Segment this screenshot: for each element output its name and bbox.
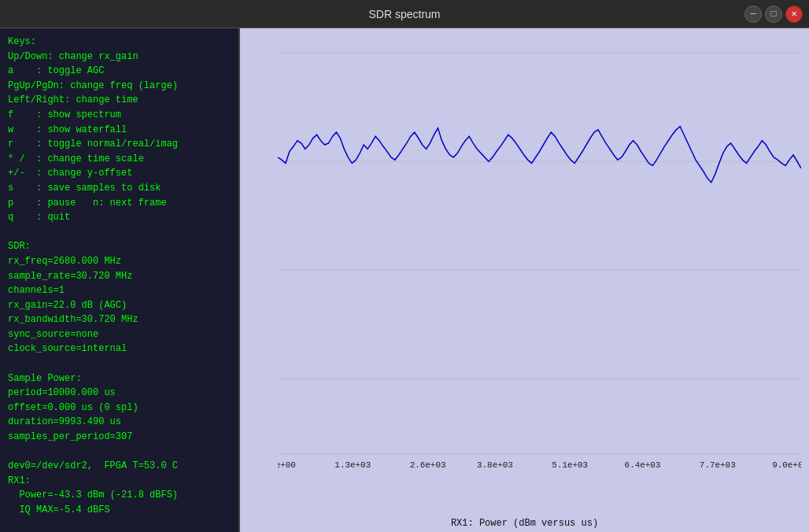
svg-text:7.7e+03: 7.7e+03: [700, 460, 736, 469]
svg-text:1.3e+03: 1.3e+03: [334, 460, 371, 469]
window-title: SDR spectrum: [368, 8, 440, 20]
info-text: Keys: Up/Down: change rx_gain a : toggle…: [8, 35, 231, 518]
left-panel: Keys: Up/Down: change rx_gain a : toggle…: [0, 28, 240, 532]
svg-text:9.0e+03: 9.0e+03: [772, 460, 801, 469]
main-content: Keys: Up/Down: change rx_gain a : toggle…: [0, 28, 809, 532]
svg-text:2.6e+03: 2.6e+03: [410, 460, 446, 469]
svg-rect-0: [278, 36, 801, 471]
close-button[interactable]: ✕: [785, 6, 803, 23]
svg-text:6.4e+03: 6.4e+03: [625, 460, 661, 469]
minimize-button[interactable]: ─: [744, 6, 762, 23]
svg-text:3.8e+03: 3.8e+03: [477, 460, 513, 469]
window-controls: ─ □ ✕: [744, 6, 803, 23]
right-panel: -32 -48 -64 -80 -96 0.0e+00 1.3e+03 2.6e…: [240, 28, 809, 532]
svg-text:0.0e+00: 0.0e+00: [278, 460, 296, 469]
restore-button[interactable]: □: [765, 6, 782, 23]
chart-area: -32 -48 -64 -80 -96 0.0e+00 1.3e+03 2.6e…: [240, 28, 809, 518]
svg-text:5.1e+03: 5.1e+03: [552, 460, 588, 469]
x-axis-label: RX1: Power (dBm versus us): [240, 518, 809, 532]
title-bar: SDR spectrum ─ □ ✕: [0, 0, 809, 28]
spectrum-chart: -32 -48 -64 -80 -96 0.0e+00 1.3e+03 2.6e…: [278, 36, 801, 471]
